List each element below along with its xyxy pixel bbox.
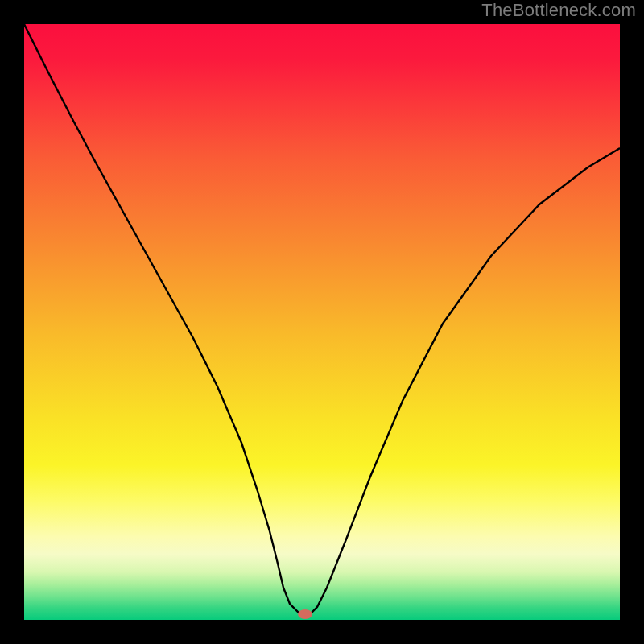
plot-area bbox=[24, 24, 620, 620]
minimum-marker bbox=[298, 609, 312, 619]
chart-frame: TheBottleneck.com bbox=[0, 0, 644, 644]
watermark-text: TheBottleneck.com bbox=[481, 0, 636, 21]
bottleneck-curve bbox=[24, 24, 620, 620]
curve-path bbox=[24, 24, 620, 613]
